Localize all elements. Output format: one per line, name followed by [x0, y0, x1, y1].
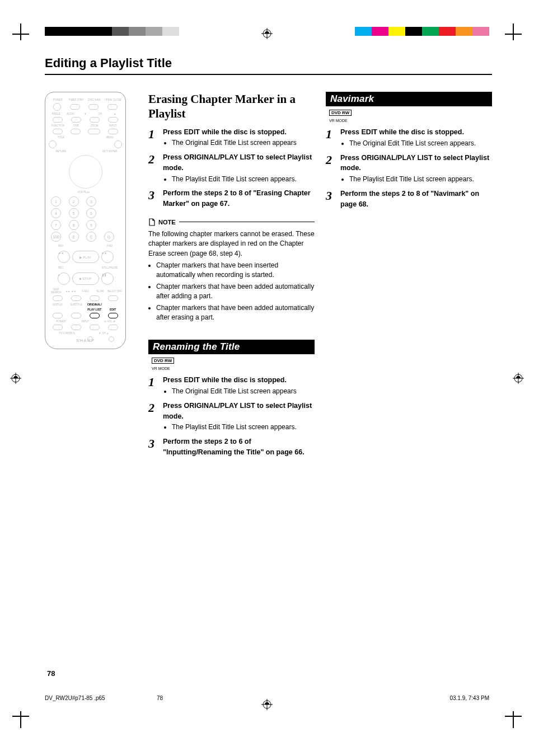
page-title: Editing a Playlist Title [45, 56, 492, 75]
badge-row: DVD RW VR MODE [152, 358, 315, 370]
registration-mark-icon [513, 373, 524, 384]
page-content: Editing a Playlist Title POWERTIMER STBY… [45, 56, 492, 689]
footer: DV_RW2U#p71-85 .p65 78 03.1.9, 7:43 PM [45, 695, 489, 701]
footer-date: 03.1.9, 7:43 PM [449, 695, 489, 701]
footer-page: 78 [157, 695, 163, 701]
badge-row: DVD RW VR MODE [329, 110, 492, 123]
right-column: Navimark DVD RW VR MODE 1 Press EDIT whi… [326, 92, 492, 463]
page-number: 78 [47, 669, 55, 678]
section-heading-navimark: Navimark [326, 92, 492, 106]
section-heading-erasing: Erasing Chapter Marker in a Playlist [148, 92, 315, 121]
section-heading-renaming: Renaming the Title [148, 340, 315, 354]
step-item: 1 Press EDIT while the disc is stopped. … [326, 127, 492, 148]
registration-mark-icon [10, 373, 21, 384]
step-item: 2 Press ORIGINAL/PLAY LIST to select Pla… [148, 401, 315, 432]
remote-illustration: POWERTIMER STBYDISC NAVI.OPEN/ CLOSE ANG… [45, 92, 126, 349]
crop-bottom [0, 711, 534, 728]
step-item: 3 Perform the steps 2 to 8 of "Erasing C… [148, 188, 315, 210]
step-item: 3 Perform the steps 2 to 6 of "Inputting… [148, 436, 315, 459]
remote-column: POWERTIMER STBYDISC NAVI.OPEN/ CLOSE ANG… [45, 92, 137, 463]
color-bars-right [355, 27, 489, 36]
footer-file: DV_RW2U#p71-85 .p65 [45, 695, 105, 701]
note-icon [148, 218, 155, 226]
note-box: NOTE The following chapter markers canno… [148, 218, 315, 323]
registration-mark-icon [261, 28, 273, 39]
step-item: 3 Perform the steps 2 to 8 of "Navimark"… [326, 189, 492, 211]
note-label: NOTE [158, 219, 176, 226]
step-item: 1 Press EDIT while the disc is stopped. … [148, 127, 315, 148]
step-item: 2 Press ORIGINAL/PLAY LIST to select Pla… [326, 153, 492, 184]
sharp-logo: SHARP [45, 338, 125, 343]
middle-column: Erasing Chapter Marker in a Playlist 1 P… [148, 92, 315, 463]
step-item: 1 Press EDIT while the disc is stopped. … [148, 375, 315, 396]
color-bars-left [45, 27, 179, 36]
step-item: 2 Press ORIGINAL/PLAY LIST to select Pla… [148, 152, 315, 184]
